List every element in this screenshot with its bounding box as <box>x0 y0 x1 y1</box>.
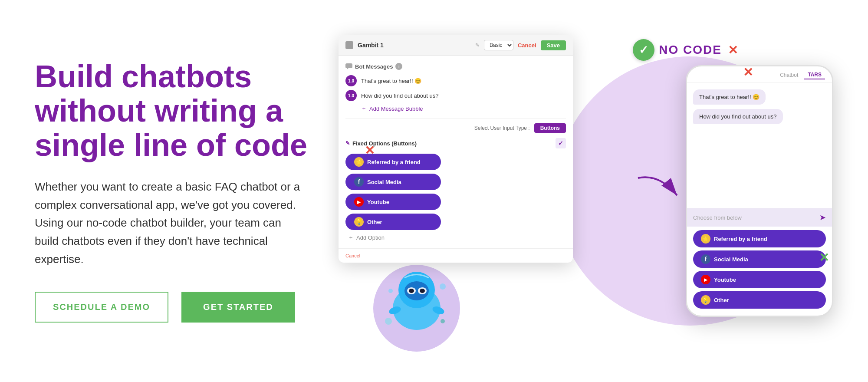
phone-mockup: Chatbot TARS That's great to hear!! 😊 Ho… <box>686 65 833 317</box>
option-btn-friend[interactable]: ⭐ Referred by a friend <box>345 154 441 170</box>
left-section: Build chatbots without writing a single … <box>35 59 339 323</box>
pencil-icon: ✎ <box>345 140 350 146</box>
option-btn-other[interactable]: 💡 Other <box>345 214 441 230</box>
fixed-options-header: ✎ Fixed Options (Buttons) ✓ <box>345 138 566 148</box>
msg-badge-1: 1.0 <box>345 75 357 86</box>
page: Build chatbots without writing a single … <box>0 0 868 382</box>
options-list: ⭐ Referred by a friend f Social Media ▶ … <box>345 154 566 230</box>
option-btn-social[interactable]: f Social Media <box>345 174 441 190</box>
phone-fb-icon: f <box>701 254 710 264</box>
send-icon: ➤ <box>819 213 826 222</box>
phone-input-placeholder: Choose from below <box>693 214 742 221</box>
phone-input-row: Choose from below ➤ <box>687 208 832 227</box>
phone-option-youtube[interactable]: ▶ Youtube <box>693 271 826 288</box>
buttons-type-button[interactable]: Buttons <box>534 123 566 133</box>
facebook-icon: f <box>354 177 364 187</box>
no-code-badge: ✓ NO CODE ✕ <box>633 39 738 61</box>
msg-text-1: That's great to hear!! 😊 <box>361 78 421 84</box>
msg-text-2: How did you find out about us? <box>361 92 439 99</box>
hero-description: Whether you want to create a basic FAQ c… <box>35 178 304 268</box>
builder-save-button[interactable]: Save <box>541 40 566 50</box>
no-code-text: NO CODE <box>659 43 722 57</box>
phone-friend-icon: ⭐ <box>701 234 710 244</box>
get-started-button[interactable]: GET STARTED <box>181 292 295 323</box>
svg-point-9 <box>420 289 425 293</box>
phone-chat-area: That's great to hear!! 😊 How did you fin… <box>687 82 832 208</box>
builder-header: Gambit 1 ✎ Basic Cancel Save <box>339 35 573 56</box>
phone-yt-icon: ▶ <box>701 275 710 284</box>
add-option-button[interactable]: ＋ Add Option <box>348 234 566 241</box>
other-icon: 💡 <box>354 217 364 227</box>
mode-select[interactable]: Basic <box>484 40 513 50</box>
builder-panel-icon <box>345 41 353 49</box>
svg-point-15 <box>385 318 392 325</box>
phone-options: ⭐ Referred by a friend f Social Media ▶ … <box>687 227 832 316</box>
x-mark-1: ✕ <box>365 143 375 158</box>
svg-point-13 <box>440 283 446 290</box>
phone-other-icon: 💡 <box>701 295 710 305</box>
arrow-overlay <box>634 169 686 206</box>
msg-badge-2: 1.0 <box>345 90 357 101</box>
right-section: ✕ ✕ ✕ ✓ NO CODE ✕ Gambit 1 ✎ Basic Cance… <box>339 22 833 360</box>
friend-icon: ⭐ <box>354 157 364 167</box>
builder-title: Gambit 1 <box>358 42 471 49</box>
input-type-row: Select User Input Type : Buttons <box>345 123 566 133</box>
youtube-icon: ▶ <box>354 197 364 207</box>
phone-header: Chatbot TARS <box>687 66 832 82</box>
phone-option-social[interactable]: f Social Media <box>693 250 826 268</box>
svg-point-14 <box>441 319 445 323</box>
footer-cancel[interactable]: Cancel <box>345 253 360 258</box>
demo-button[interactable]: SCHEDULE A DEMO <box>35 292 168 323</box>
phone-option-other[interactable]: 💡 Other <box>693 291 826 309</box>
tab-chatbot[interactable]: Chatbot <box>776 71 802 79</box>
bot-messages-label: Bot Messages i <box>345 63 566 70</box>
edit-icon: ✎ <box>475 42 480 48</box>
svg-point-8 <box>409 289 414 293</box>
message-bubble-2: 1.0 How did you find out about us? <box>345 90 566 101</box>
option-btn-youtube[interactable]: ▶ Youtube <box>345 194 441 210</box>
builder-cancel-button[interactable]: Cancel <box>518 42 536 49</box>
message-bubble-1: 1.0 That's great to hear!! 😊 <box>345 75 566 86</box>
no-code-x-icon: ✕ <box>728 43 738 57</box>
add-bubble-button[interactable]: ＋ Add Message Bubble <box>361 105 566 112</box>
chat-bubble-2: How did you find out about us? <box>693 109 783 124</box>
divider <box>345 119 566 119</box>
chat-bubble-1: That's great to hear!! 😊 <box>693 89 766 105</box>
tab-tars[interactable]: TARS <box>804 71 825 79</box>
svg-rect-0 <box>345 63 352 68</box>
x-mark-3: ✕ <box>819 250 829 265</box>
fixed-options-check: ✓ <box>556 138 566 148</box>
info-icon: i <box>395 63 402 70</box>
builder-footer: Cancel <box>339 248 573 263</box>
check-icon: ✓ <box>633 39 654 61</box>
hero-title: Build chatbots without writing a single … <box>35 59 312 163</box>
svg-marker-1 <box>347 68 349 69</box>
svg-point-12 <box>388 289 393 293</box>
cta-buttons: SCHEDULE A DEMO GET STARTED <box>35 292 312 323</box>
x-mark-2: ✕ <box>743 65 753 79</box>
bot-character <box>382 265 451 334</box>
phone-option-friend[interactable]: ⭐ Referred by a friend <box>693 230 826 247</box>
